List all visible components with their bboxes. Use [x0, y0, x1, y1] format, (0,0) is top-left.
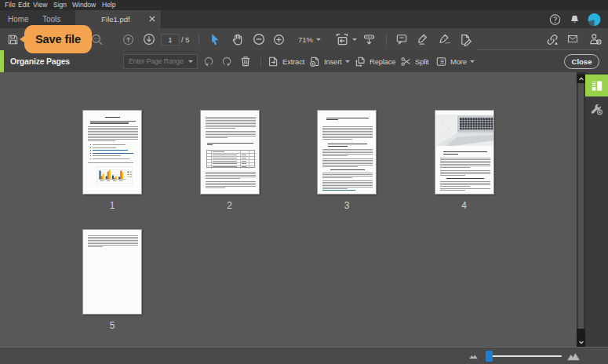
email-button[interactable]: [566, 28, 579, 50]
toolbar-separator: [198, 34, 199, 46]
zoom-level-dropdown[interactable]: 71%: [298, 28, 321, 50]
slider-track[interactable]: [486, 355, 562, 357]
more-dropdown[interactable]: More: [435, 50, 475, 72]
highlight-button[interactable]: [416, 28, 428, 50]
insert-dropdown[interactable]: Insert: [309, 50, 350, 72]
zoom-large-icon: [567, 351, 580, 360]
vertical-scrollbar[interactable]: [577, 72, 585, 347]
active-mode-indicator: [0, 50, 4, 72]
page-number-input[interactable]: 1: [161, 28, 180, 50]
fit-width-icon: [362, 33, 376, 46]
menu-view[interactable]: View: [33, 0, 47, 10]
zoom-in-button[interactable]: [273, 28, 285, 50]
toolbar-button-label: Insert: [324, 57, 342, 66]
close-button[interactable]: Close: [564, 54, 599, 69]
page-number-label: 4: [435, 200, 494, 211]
search-button[interactable]: [90, 28, 104, 50]
trash-icon: [239, 55, 252, 67]
page-range-input[interactable]: Enter Page Range: [123, 54, 198, 69]
highlighter-icon: [416, 33, 428, 46]
menu-edit[interactable]: Edit: [18, 0, 30, 10]
scroll-up-icon[interactable]: [577, 75, 585, 83]
pointer-icon: [209, 33, 220, 46]
undo-button[interactable]: [202, 50, 215, 72]
chevron-down-icon: [345, 60, 350, 63]
edit-page-button[interactable]: [459, 28, 472, 50]
bell-icon[interactable]: [570, 14, 580, 25]
zoom-out-button[interactable]: [253, 28, 265, 50]
mini-bar-chart: [96, 166, 133, 184]
extract-icon: [268, 56, 279, 67]
avatar[interactable]: [588, 13, 601, 26]
chevron-down-icon: [352, 38, 357, 41]
wrench-add-icon: [590, 103, 603, 115]
menubar: FileEditViewSignWindowHelp: [0, 0, 608, 10]
menu-window[interactable]: Window: [72, 0, 96, 10]
chevron-down-icon: [470, 60, 475, 63]
split-button[interactable]: Split: [400, 50, 428, 72]
close-tab-icon[interactable]: [147, 10, 157, 22]
menu-help[interactable]: Help: [102, 0, 115, 10]
panel-icon: [591, 80, 603, 92]
page-thumbnail-2[interactable]: 2: [200, 110, 260, 214]
delete-page-button[interactable]: [239, 50, 252, 72]
fit-page-dropdown[interactable]: [335, 28, 357, 50]
separator: [198, 28, 199, 50]
next-page-button[interactable]: [143, 28, 155, 50]
organize-pages-panel-button[interactable]: [585, 75, 608, 96]
page-sheet: [82, 229, 142, 315]
page-sheet: [200, 110, 260, 195]
redo-icon: [220, 55, 233, 67]
add-tools-button[interactable]: [585, 98, 608, 120]
page-number-label: 5: [82, 320, 142, 331]
add-user-button[interactable]: [588, 28, 602, 50]
callout-tail: [20, 35, 25, 43]
menu-file[interactable]: File: [5, 0, 16, 10]
replace-button[interactable]: Replace: [354, 50, 395, 72]
page-count-label[interactable]: / 5: [181, 28, 190, 50]
page-thumbnail-1[interactable]: 1: [82, 110, 142, 214]
comment-button[interactable]: [395, 28, 408, 50]
help-icon[interactable]: [549, 13, 561, 25]
scrollbar-thumb[interactable]: [577, 83, 584, 329]
toolbar-button-label: Replace: [370, 57, 395, 66]
select-tool-button[interactable]: [209, 28, 220, 50]
signature-icon: [437, 33, 451, 46]
separator: [260, 50, 261, 72]
search-icon: [90, 33, 104, 46]
zoom-small-icon: [469, 353, 478, 359]
arrow-down-circle-icon: [143, 33, 155, 46]
sign-button[interactable]: [437, 28, 451, 50]
toolbar-button-label: Split: [415, 57, 428, 66]
page-number-value[interactable]: 1: [161, 34, 180, 46]
extract-button[interactable]: Extract: [268, 50, 304, 72]
hand-tool-button[interactable]: [231, 28, 244, 50]
organize-pages-title: Organize Pages: [10, 50, 70, 72]
page-sheet: [317, 110, 377, 195]
page-thumbnail-4[interactable]: 4: [435, 110, 494, 214]
page-thumbnail-3[interactable]: 3: [317, 110, 377, 214]
replace-icon: [354, 56, 366, 67]
page-thumbnail-5[interactable]: 5: [82, 229, 142, 333]
scroll-down-icon[interactable]: [577, 329, 585, 347]
laptop-photo: [436, 115, 494, 146]
separator: [386, 28, 387, 50]
previous-page-button[interactable]: [122, 28, 134, 50]
menu-sign[interactable]: Sign: [53, 0, 67, 10]
callout-text: Save file: [35, 33, 81, 46]
fit-width-button[interactable]: [362, 28, 376, 50]
page-range-placeholder: Enter Page Range: [129, 55, 184, 68]
redo-button[interactable]: [220, 50, 233, 72]
fit-page-icon: [335, 32, 349, 46]
save-button[interactable]: [7, 28, 19, 50]
page-number-label: 2: [200, 200, 260, 211]
person-add-icon: [588, 33, 602, 46]
share-link-button[interactable]: [545, 28, 559, 50]
toolbar-text-label: 71%: [298, 35, 313, 44]
save-file-callout: Save file: [24, 25, 92, 53]
slider-thumb[interactable]: [486, 351, 493, 362]
minus-circle-icon: [253, 33, 265, 46]
toolbar-text-label: / 5: [181, 35, 190, 44]
page-number-label: 1: [82, 200, 142, 211]
arrow-up-circle-icon: [122, 34, 134, 46]
